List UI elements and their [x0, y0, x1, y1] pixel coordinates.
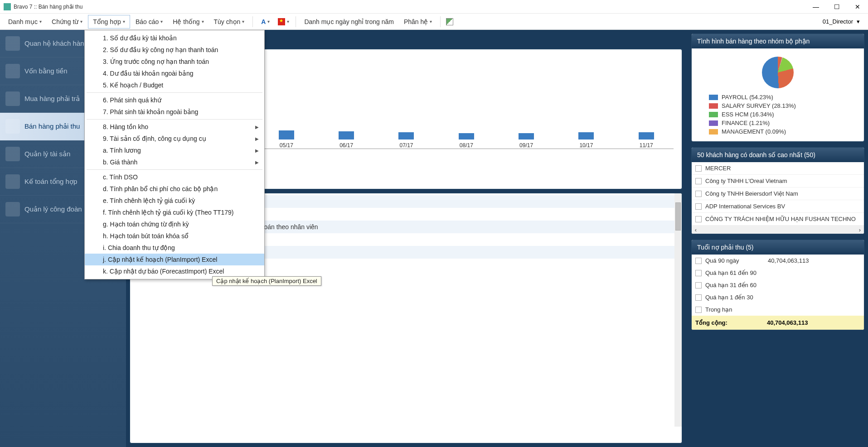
menu-tonghop[interactable]: Tổng hợp▾ [88, 15, 130, 29]
menu-item[interactable]: e. Tính chênh lệch tỷ giá cuối kỳ [85, 195, 264, 207]
font-button[interactable]: A▾ [257, 15, 274, 28]
menu-item-label: i. Chia doanh thu tự động [103, 244, 175, 251]
menu-item[interactable]: a. Tính lương▶ [85, 144, 264, 156]
menu-item[interactable]: g. Hạch toán chứng từ định kỳ [85, 218, 264, 230]
chart-x-label: 10/17 [579, 142, 593, 149]
menu-item-label: 2. Số dư đầu kỳ công nợ hạn thanh toán [103, 46, 218, 53]
scrollbar[interactable] [674, 193, 682, 427]
phanhe-menu[interactable]: Phân hệ▾ [399, 15, 436, 28]
menu-item[interactable]: j. Cập nhật kế hoạch (PlanImport) Excel [85, 254, 264, 265]
menu-item[interactable]: h. Hạch toán bút toán khóa sổ [85, 230, 264, 242]
chart-bar [279, 130, 294, 139]
panel-title: Tuổi nợ phải thu (5) [692, 240, 864, 255]
aging-row[interactable]: Trong hạn [692, 303, 864, 316]
customer-name: Công ty TNHH Beiersdorf Việt Nam [705, 190, 798, 197]
scroll-right-icon[interactable]: › [856, 226, 864, 234]
menu-item-label: 1. Số dư đầu kỳ tài khoản [103, 34, 177, 42]
menu-danhmuc[interactable]: Danh mục▾ [4, 15, 46, 28]
menu-item[interactable]: 1. Số dư đầu kỳ tài khoản [85, 32, 264, 44]
submenu-arrow-icon: ▶ [255, 148, 259, 153]
legend-item: SALARY SURVEY (28.13%) [709, 101, 847, 110]
menu-item[interactable]: 7. Phát sinh tài khoản ngoài bảng [85, 106, 264, 118]
sidebar-label: Bán hàng phải thu [24, 122, 80, 130]
customer-item[interactable]: Công ty TNHH Beiersdorf Việt Nam [692, 187, 864, 200]
menu-hethong[interactable]: Hệ thống▾ [168, 15, 208, 28]
chart-bar [639, 132, 654, 139]
chevron-down-icon: ▾ [160, 19, 163, 24]
chart-bar [519, 133, 534, 139]
menu-item-label: c. Tính DSO [103, 173, 138, 181]
menu-item[interactable]: 2. Số dư đầu kỳ công nợ hạn thanh toán [85, 44, 264, 56]
menu-item[interactable]: f. Tính chênh lệch tỷ giá cuối kỳ (Theo … [85, 207, 264, 218]
scroll-left-icon[interactable]: ‹ [692, 226, 700, 234]
refresh-button[interactable] [444, 16, 455, 27]
legend-label: MANAGEMENT (0.09%) [722, 128, 786, 135]
menu-item[interactable]: 3. Ứng trước công nợ hạn thanh toán [85, 56, 264, 67]
legend-label: FINANCE (1.21%) [722, 120, 770, 126]
menu-item[interactable]: 4. Dư đầu tài khoản ngoài bảng [85, 67, 264, 79]
checkbox[interactable] [695, 216, 702, 222]
user-selector[interactable]: 01_Director▾ [818, 16, 864, 27]
checkbox[interactable] [695, 191, 702, 197]
legend-label: ESS HCM (16.34%) [722, 111, 774, 118]
aging-row[interactable]: Quá hạn 31 đến 60 [692, 279, 864, 291]
cash-icon [5, 64, 20, 78]
aging-row[interactable]: Quá 90 ngày40,704,063,113 [692, 255, 864, 267]
customer-item[interactable]: CÔNG TY TRÁCH NHIỆM HỮU HẠN FUSHAN TECHN… [692, 213, 864, 226]
sidebar-label: Kế toán tổng hợp [24, 178, 77, 186]
menu-item-label: 9. Tài sản cố định, công cụ dụng cụ [103, 135, 206, 142]
checkbox[interactable] [695, 282, 702, 288]
menu-item-label: f. Tính chênh lệch tỷ giá cuối kỳ (Theo … [103, 209, 234, 216]
menu-item-label: k. Cập nhật dự báo (ForecastImport) Exce… [103, 268, 224, 275]
checkbox[interactable] [695, 270, 702, 276]
checkbox[interactable] [695, 258, 702, 264]
total-label: Tổng cộng: [695, 319, 767, 326]
menu-baocao[interactable]: Báo cáo▾ [131, 15, 167, 28]
menu-item[interactable]: d. Tính phân bổ chi phí cho các bộ phận [85, 183, 264, 195]
chevron-down-icon: ▾ [857, 18, 860, 25]
chart-bar [339, 131, 354, 139]
submenu-arrow-icon: ▶ [255, 136, 259, 141]
holiday-menu[interactable]: Danh mục ngày nghỉ trong năm [300, 15, 398, 28]
menu-tuychon[interactable]: Tùy chọn▾ [209, 15, 249, 28]
aging-row[interactable]: Quá hạn 1 đến 30 [692, 291, 864, 303]
h-scrollbar[interactable]: ‹ › [692, 226, 864, 234]
legend-item: FINANCE (1.21%) [709, 119, 847, 127]
main-content: 7 8 9 10 11 12 /1704/1705/1706/1707/1708… [126, 30, 868, 447]
menu-item[interactable]: b. Giá thành▶ [85, 156, 264, 168]
minimize-button[interactable]: — [805, 0, 826, 14]
checkbox[interactable] [695, 178, 702, 184]
menu-item-label: 6. Phát sinh quá khứ [103, 96, 161, 104]
checkbox[interactable] [695, 165, 702, 172]
menu-item-label: h. Hạch toán bút toán khóa sổ [103, 232, 189, 240]
legend-swatch [709, 129, 718, 135]
payable-icon [5, 91, 20, 106]
aging-label: Quá 90 ngày [705, 257, 764, 264]
customer-item[interactable]: Công ty TNHH L'Oreal Vietnam [692, 175, 864, 187]
aging-label: Quá hạn 61 đến 90 [705, 269, 764, 276]
legend-item: MANAGEMENT (0.09%) [709, 127, 847, 136]
panel-title: Tình hình bán hàng theo nhóm bộ phận [692, 34, 864, 48]
aging-row[interactable]: Quá hạn 61 đến 90 [692, 267, 864, 279]
checkbox[interactable] [695, 203, 702, 210]
menu-item[interactable]: 9. Tài sản cố định, công cụ dụng cụ▶ [85, 133, 264, 144]
checkbox[interactable] [695, 307, 702, 313]
aging-panel: Tuổi nợ phải thu (5) Quá 90 ngày40,704,0… [691, 240, 864, 330]
language-button[interactable]: ▾ [275, 16, 292, 27]
menu-item[interactable]: 8. Hàng tồn kho▶ [85, 121, 264, 133]
checkbox[interactable] [695, 294, 702, 301]
menu-chungtu[interactable]: Chứng từ▾ [47, 15, 87, 28]
legend-label: SALARY SURVEY (28.13%) [722, 102, 796, 109]
menu-item[interactable]: 6. Phát sinh quá khứ [85, 94, 264, 106]
menu-item[interactable]: k. Cập nhật dự báo (ForecastImport) Exce… [85, 265, 264, 277]
maximize-button[interactable]: ☐ [826, 0, 847, 14]
menu-item[interactable]: c. Tính DSO [85, 171, 264, 183]
customer-item[interactable]: ADP International Services BV [692, 200, 864, 213]
menu-item[interactable]: i. Chia doanh thu tự động [85, 242, 264, 254]
customer-name: CÔNG TY TRÁCH NHIỆM HỮU HẠN FUSHAN TECHN… [705, 216, 856, 222]
customer-item[interactable]: MERCER [692, 162, 864, 175]
menu-item[interactable]: 5. Kế hoạch / Budget [85, 79, 264, 91]
chart-x-label: 08/17 [460, 142, 473, 149]
aging-total-row: Tổng cộng: 40,704,063,113 [692, 316, 864, 330]
close-button[interactable]: ✕ [847, 0, 868, 14]
